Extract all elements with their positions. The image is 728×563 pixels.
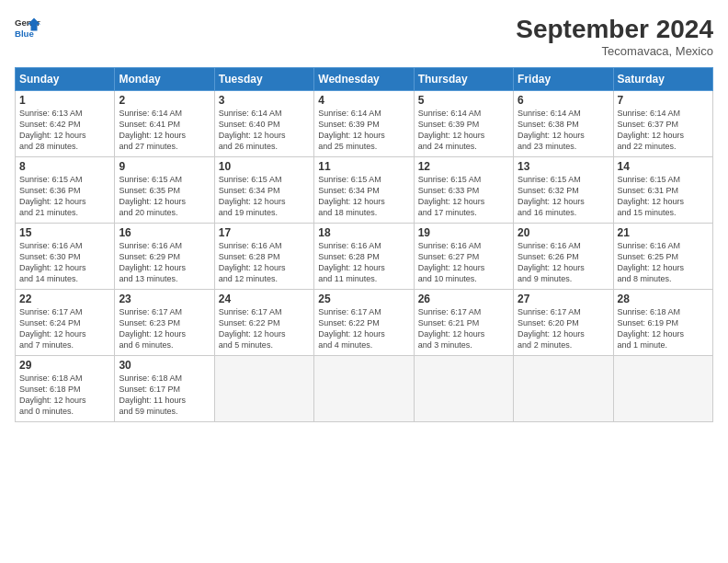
calendar-cell: 20Sunrise: 6:16 AM Sunset: 6:26 PM Dayli… xyxy=(514,224,613,290)
weekday-header-tuesday: Tuesday xyxy=(214,68,313,91)
calendar-cell xyxy=(514,356,613,422)
weekday-header-sunday: Sunday xyxy=(16,68,115,91)
day-number: 30 xyxy=(119,359,210,372)
calendar-cell: 5Sunrise: 6:14 AM Sunset: 6:39 PM Daylig… xyxy=(414,91,513,157)
calendar-cell: 8Sunrise: 6:15 AM Sunset: 6:36 PM Daylig… xyxy=(16,157,115,224)
calendar-cell: 2Sunrise: 6:14 AM Sunset: 6:41 PM Daylig… xyxy=(115,91,214,157)
calendar-cell: 18Sunrise: 6:16 AM Sunset: 6:28 PM Dayli… xyxy=(314,224,414,290)
day-info: Sunrise: 6:18 AM Sunset: 6:19 PM Dayligh… xyxy=(618,306,709,351)
day-info: Sunrise: 6:17 AM Sunset: 6:21 PM Dayligh… xyxy=(418,306,509,351)
day-info: Sunrise: 6:15 AM Sunset: 6:35 PM Dayligh… xyxy=(119,174,210,219)
calendar-cell: 17Sunrise: 6:16 AM Sunset: 6:28 PM Dayli… xyxy=(214,224,313,290)
day-number: 5 xyxy=(418,94,509,107)
day-info: Sunrise: 6:16 AM Sunset: 6:28 PM Dayligh… xyxy=(318,240,409,285)
calendar-cell: 14Sunrise: 6:15 AM Sunset: 6:31 PM Dayli… xyxy=(613,157,712,224)
weekday-header-friday: Friday xyxy=(514,68,613,91)
day-info: Sunrise: 6:15 AM Sunset: 6:36 PM Dayligh… xyxy=(19,174,110,219)
day-number: 10 xyxy=(219,160,310,173)
day-number: 21 xyxy=(618,226,709,239)
day-info: Sunrise: 6:16 AM Sunset: 6:26 PM Dayligh… xyxy=(518,240,609,285)
calendar-cell xyxy=(414,356,513,422)
day-number: 25 xyxy=(318,293,409,305)
calendar-cell: 15Sunrise: 6:16 AM Sunset: 6:30 PM Dayli… xyxy=(16,224,115,290)
day-number: 4 xyxy=(318,94,409,107)
day-number: 12 xyxy=(418,160,509,173)
calendar-cell: 22Sunrise: 6:17 AM Sunset: 6:24 PM Dayli… xyxy=(16,290,115,356)
day-info: Sunrise: 6:14 AM Sunset: 6:40 PM Dayligh… xyxy=(219,108,310,153)
day-number: 17 xyxy=(219,226,310,239)
calendar-cell: 21Sunrise: 6:16 AM Sunset: 6:25 PM Dayli… xyxy=(613,224,712,290)
day-number: 20 xyxy=(518,226,609,239)
day-info: Sunrise: 6:16 AM Sunset: 6:25 PM Dayligh… xyxy=(618,240,709,285)
weekday-header-thursday: Thursday xyxy=(414,68,513,91)
day-number: 15 xyxy=(19,226,110,239)
day-info: Sunrise: 6:16 AM Sunset: 6:29 PM Dayligh… xyxy=(119,240,210,285)
day-number: 19 xyxy=(418,226,509,239)
calendar-cell: 25Sunrise: 6:17 AM Sunset: 6:22 PM Dayli… xyxy=(314,290,414,356)
calendar-cell xyxy=(314,356,414,422)
day-number: 13 xyxy=(518,160,609,173)
header: General Blue September 2024 Tecomavaca, … xyxy=(15,15,713,58)
day-info: Sunrise: 6:15 AM Sunset: 6:33 PM Dayligh… xyxy=(418,174,509,219)
day-number: 14 xyxy=(618,160,709,173)
calendar-cell: 7Sunrise: 6:14 AM Sunset: 6:37 PM Daylig… xyxy=(613,91,712,157)
day-info: Sunrise: 6:16 AM Sunset: 6:27 PM Dayligh… xyxy=(418,240,509,285)
day-info: Sunrise: 6:17 AM Sunset: 6:22 PM Dayligh… xyxy=(318,306,409,351)
weekday-header-monday: Monday xyxy=(115,68,214,91)
day-info: Sunrise: 6:15 AM Sunset: 6:34 PM Dayligh… xyxy=(318,174,409,219)
calendar-table: SundayMondayTuesdayWednesdayThursdayFrid… xyxy=(15,67,713,422)
day-number: 8 xyxy=(19,160,110,173)
calendar-cell: 1Sunrise: 6:13 AM Sunset: 6:42 PM Daylig… xyxy=(16,91,115,157)
calendar-cell: 27Sunrise: 6:17 AM Sunset: 6:20 PM Dayli… xyxy=(514,290,613,356)
day-number: 7 xyxy=(618,94,709,107)
calendar-cell: 26Sunrise: 6:17 AM Sunset: 6:21 PM Dayli… xyxy=(414,290,513,356)
weekday-header-saturday: Saturday xyxy=(613,68,712,91)
calendar-cell: 23Sunrise: 6:17 AM Sunset: 6:23 PM Dayli… xyxy=(115,290,214,356)
day-number: 18 xyxy=(318,226,409,239)
day-info: Sunrise: 6:15 AM Sunset: 6:34 PM Dayligh… xyxy=(219,174,310,219)
calendar-cell: 3Sunrise: 6:14 AM Sunset: 6:40 PM Daylig… xyxy=(214,91,313,157)
day-number: 23 xyxy=(119,293,210,305)
day-info: Sunrise: 6:18 AM Sunset: 6:17 PM Dayligh… xyxy=(119,373,210,418)
day-number: 3 xyxy=(219,94,310,107)
day-info: Sunrise: 6:14 AM Sunset: 6:41 PM Dayligh… xyxy=(119,108,210,153)
calendar-cell: 12Sunrise: 6:15 AM Sunset: 6:33 PM Dayli… xyxy=(414,157,513,224)
day-number: 26 xyxy=(418,293,509,305)
title-block: September 2024 Tecomavaca, Mexico xyxy=(516,15,713,58)
day-number: 27 xyxy=(518,293,609,305)
day-info: Sunrise: 6:14 AM Sunset: 6:38 PM Dayligh… xyxy=(518,108,609,153)
calendar-cell: 13Sunrise: 6:15 AM Sunset: 6:32 PM Dayli… xyxy=(514,157,613,224)
day-number: 16 xyxy=(119,226,210,239)
day-number: 22 xyxy=(19,293,110,305)
day-number: 11 xyxy=(318,160,409,173)
calendar-cell: 16Sunrise: 6:16 AM Sunset: 6:29 PM Dayli… xyxy=(115,224,214,290)
day-info: Sunrise: 6:17 AM Sunset: 6:20 PM Dayligh… xyxy=(518,306,609,351)
calendar-cell: 28Sunrise: 6:18 AM Sunset: 6:19 PM Dayli… xyxy=(613,290,712,356)
day-info: Sunrise: 6:15 AM Sunset: 6:32 PM Dayligh… xyxy=(518,174,609,219)
day-info: Sunrise: 6:17 AM Sunset: 6:23 PM Dayligh… xyxy=(119,306,210,351)
calendar-cell: 4Sunrise: 6:14 AM Sunset: 6:39 PM Daylig… xyxy=(314,91,414,157)
day-info: Sunrise: 6:17 AM Sunset: 6:24 PM Dayligh… xyxy=(19,306,110,351)
day-info: Sunrise: 6:13 AM Sunset: 6:42 PM Dayligh… xyxy=(19,108,110,153)
day-info: Sunrise: 6:14 AM Sunset: 6:37 PM Dayligh… xyxy=(618,108,709,153)
day-info: Sunrise: 6:16 AM Sunset: 6:30 PM Dayligh… xyxy=(19,240,110,285)
calendar-cell xyxy=(613,356,712,422)
day-number: 6 xyxy=(518,94,609,107)
calendar-cell: 29Sunrise: 6:18 AM Sunset: 6:18 PM Dayli… xyxy=(16,356,115,422)
calendar-cell: 30Sunrise: 6:18 AM Sunset: 6:17 PM Dayli… xyxy=(115,356,214,422)
calendar-cell: 24Sunrise: 6:17 AM Sunset: 6:22 PM Dayli… xyxy=(214,290,313,356)
day-number: 9 xyxy=(119,160,210,173)
calendar-cell: 10Sunrise: 6:15 AM Sunset: 6:34 PM Dayli… xyxy=(214,157,313,224)
location: Tecomavaca, Mexico xyxy=(516,44,713,58)
day-info: Sunrise: 6:18 AM Sunset: 6:18 PM Dayligh… xyxy=(19,373,110,418)
day-info: Sunrise: 6:16 AM Sunset: 6:28 PM Dayligh… xyxy=(219,240,310,285)
month-title: September 2024 xyxy=(516,15,713,44)
calendar-cell: 9Sunrise: 6:15 AM Sunset: 6:35 PM Daylig… xyxy=(115,157,214,224)
day-number: 1 xyxy=(19,94,110,107)
logo-icon: General Blue xyxy=(15,15,40,40)
logo: General Blue xyxy=(15,15,40,40)
calendar-cell: 6Sunrise: 6:14 AM Sunset: 6:38 PM Daylig… xyxy=(514,91,613,157)
day-number: 2 xyxy=(119,94,210,107)
day-number: 24 xyxy=(219,293,310,305)
day-number: 28 xyxy=(618,293,709,305)
